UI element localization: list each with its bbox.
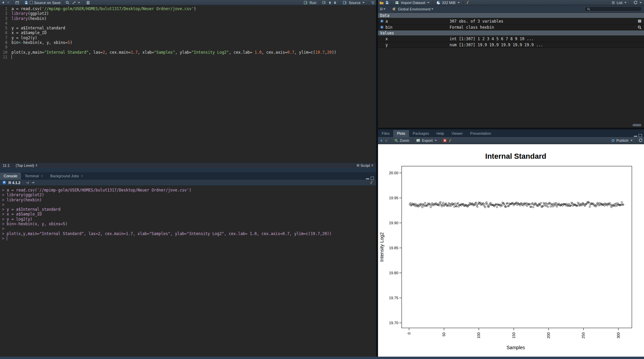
- y-tick-label: 19.85: [389, 246, 398, 250]
- horizontal-scrollbar-thumb[interactable]: [633, 124, 641, 126]
- object-name: x: [385, 36, 450, 41]
- load-workspace-icon[interactable]: [379, 1, 384, 5]
- run-button[interactable]: Run: [303, 0, 317, 5]
- console-lines: > a = read.csv('//mpimp-golm/USER/HOMES/…: [2, 188, 376, 241]
- next-plot-icon[interactable]: [384, 139, 388, 143]
- console-line: > library(ggplot2): [2, 193, 376, 197]
- scatter-point: [589, 206, 591, 208]
- zoom-magnifier-icon: [394, 138, 398, 143]
- console-line: >: [2, 226, 376, 231]
- open-in-new-window-icon[interactable]: [15, 1, 19, 5]
- tab-presentation[interactable]: Presentation: [466, 130, 495, 137]
- code-tools-button[interactable]: [71, 0, 81, 5]
- environment-pane: Import Dataset 332 MiB List: [378, 0, 644, 128]
- tab-files[interactable]: Files: [378, 130, 393, 137]
- code-line[interactable]: 9: [0, 45, 376, 50]
- tab-label: Plots: [397, 131, 405, 135]
- environment-search-input[interactable]: [592, 7, 639, 11]
- save-icon[interactable]: [24, 1, 28, 5]
- pane-divider[interactable]: [0, 168, 376, 172]
- code-line[interactable]: 3library(hexbin): [0, 16, 376, 21]
- scope-selector[interactable]: (Top Level): [16, 163, 37, 168]
- publish-button[interactable]: Publish: [610, 138, 634, 143]
- export-plot-button[interactable]: Export: [415, 138, 438, 143]
- close-icon[interactable]: ×: [41, 174, 43, 178]
- memory-usage-button[interactable]: 332 MiB: [435, 0, 460, 5]
- list-view-button[interactable]: List: [610, 0, 627, 5]
- env-row-bin[interactable]: binFormal class hexbin: [378, 24, 644, 30]
- go-to-next-chunk-icon[interactable]: [333, 1, 337, 5]
- grid-icon[interactable]: [635, 19, 644, 23]
- clear-console-icon[interactable]: [370, 180, 374, 185]
- scatter-point: [621, 202, 623, 203]
- find-replace-icon[interactable]: [65, 1, 70, 5]
- source-on-save-checkbox[interactable]: [30, 1, 33, 4]
- tab-packages[interactable]: Packages: [409, 130, 433, 137]
- expand-icon[interactable]: [378, 19, 385, 23]
- compile-report-icon[interactable]: [86, 1, 90, 5]
- code-line[interactable]: 8bin<-hexbin(x, y, xbins=5): [0, 40, 376, 45]
- code-line[interactable]: 4: [0, 21, 376, 26]
- save-workspace-icon[interactable]: [385, 1, 389, 5]
- code-line[interactable]: 11: [0, 55, 376, 59]
- clear-all-plots-icon[interactable]: [448, 138, 453, 143]
- back-icon[interactable]: [1, 1, 5, 4]
- code-line[interactable]: 2library(ggplot2): [0, 11, 376, 16]
- clear-environment-icon[interactable]: [466, 0, 470, 5]
- scatter-point: [556, 206, 558, 207]
- minimize-pane-icon[interactable]: [634, 134, 637, 137]
- tab-label: Files: [382, 131, 390, 135]
- previous-plot-icon[interactable]: [379, 139, 383, 143]
- tab-plots[interactable]: Plots: [393, 130, 409, 137]
- console[interactable]: > a = read.csv('//mpimp-golm/USER/HOMES/…: [0, 186, 376, 357]
- environment-search[interactable]: [585, 6, 642, 11]
- console-line: > y = log2(y): [2, 217, 376, 222]
- code-editor[interactable]: 1a = read.csv('//mpimp-golm/USER/HOMES/b…: [0, 5, 376, 162]
- environment-scope-selector[interactable]: Global Environment: [398, 7, 433, 11]
- code-line[interactable]: 6x = a$Sample_ID: [0, 30, 376, 35]
- remove-plot-icon[interactable]: [443, 138, 447, 143]
- language-selector[interactable]: R: [380, 7, 385, 11]
- close-icon[interactable]: ×: [81, 174, 83, 178]
- env-row-a[interactable]: a307 obs. of 3 variables: [378, 18, 644, 24]
- tab-console[interactable]: Console: [0, 173, 21, 180]
- tab-terminal[interactable]: Terminal×: [21, 173, 46, 180]
- tab-background-jobs[interactable]: Background Jobs×: [47, 173, 87, 180]
- document-outline-icon[interactable]: [371, 1, 375, 5]
- import-dataset-button[interactable]: Import Dataset: [394, 0, 430, 5]
- code-line[interactable]: 5y = a$Internal_standard: [0, 26, 376, 30]
- zoom-plot-button[interactable]: Zoom: [393, 138, 410, 143]
- x-tick-label: 200: [546, 332, 551, 338]
- goto-directory-icon[interactable]: [31, 181, 35, 184]
- file-type-selector[interactable]: R Script: [357, 163, 373, 168]
- go-to-previous-chunk-icon[interactable]: [328, 1, 332, 5]
- maximize-pane-icon[interactable]: [371, 177, 374, 180]
- object-value: 307 obs. of 3 variables: [450, 19, 635, 24]
- scatter-point: [533, 206, 534, 208]
- tab-help[interactable]: Help: [433, 130, 448, 137]
- scatter-point: [422, 206, 423, 208]
- console-line: > bin<-hexbin(x, y, xbins=5): [2, 222, 376, 226]
- expand-icon[interactable]: [378, 25, 385, 29]
- scatter-point: [414, 203, 416, 205]
- code-line[interactable]: 7y = log2(y): [0, 35, 376, 40]
- env-row-x[interactable]: xint [1:307] 1 2 3 4 5 6 7 8 9 10 ...: [378, 36, 644, 42]
- magnifier-icon[interactable]: [635, 25, 644, 29]
- import-dataset-icon: [395, 1, 400, 5]
- minimize-pane-icon[interactable]: [366, 177, 369, 179]
- forward-icon[interactable]: [6, 1, 10, 4]
- maximize-pane-icon[interactable]: [639, 134, 642, 137]
- code-line[interactable]: 10plot(x,y,main="Internal Standard", las…: [0, 50, 376, 55]
- refresh-plot-icon[interactable]: [639, 138, 643, 143]
- export-image-icon: [416, 138, 421, 143]
- console-tabstrip: ConsoleTerminal×Background Jobs×: [0, 172, 376, 180]
- env-row-y[interactable]: ynum [1:307] 19.9 19.9 19.9 19.9 19.9 ..…: [378, 42, 644, 48]
- refresh-environment-button[interactable]: [633, 0, 643, 5]
- code-line[interactable]: 1a = read.csv('//mpimp-golm/USER/HOMES/b…: [0, 6, 376, 11]
- object-name: a: [385, 19, 450, 24]
- tab-viewer[interactable]: Viewer: [448, 130, 466, 137]
- rerun-icon[interactable]: [322, 1, 327, 5]
- environment-object-list: Dataa307 obs. of 3 variablesbinFormal cl…: [378, 13, 644, 128]
- scatter-point: [603, 205, 605, 206]
- source-button[interactable]: Source: [342, 0, 366, 5]
